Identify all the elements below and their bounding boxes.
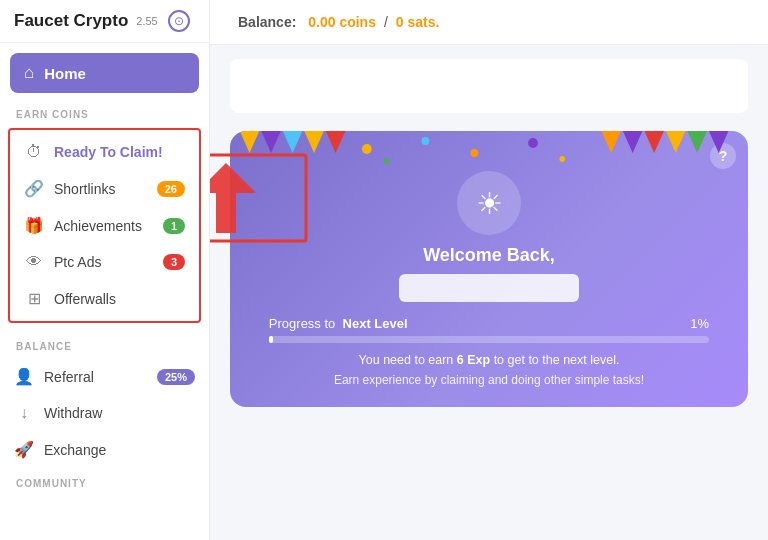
referral-label: Referral <box>44 369 147 385</box>
svg-marker-4 <box>283 131 303 153</box>
progress-pct: 1% <box>690 316 709 331</box>
svg-marker-8 <box>623 131 643 153</box>
achievements-badge: 1 <box>163 218 185 234</box>
svg-point-16 <box>470 149 478 157</box>
withdraw-label: Withdraw <box>44 405 195 421</box>
gift-icon: 🎁 <box>24 216 44 235</box>
exchange-icon: 🚀 <box>14 440 34 459</box>
target-icon: ⊙ <box>168 10 190 32</box>
sidebar-item-offerwalls[interactable]: ⊞ Offerwalls <box>10 280 199 317</box>
progress-info: You need to earn 6 Exp to get to the nex… <box>269 353 709 367</box>
svg-marker-12 <box>709 131 729 153</box>
withdraw-icon: ↓ <box>14 404 34 422</box>
svg-marker-9 <box>644 131 664 153</box>
svg-marker-6 <box>326 131 346 153</box>
sidebar-item-shortlinks[interactable]: 🔗 Shortlinks 26 <box>10 170 199 207</box>
sidebar-item-referral[interactable]: 👤 Referral 25% <box>0 358 209 395</box>
progress-section: Progress to Next Level 1% You need to ea… <box>269 316 709 387</box>
sidebar-item-withdraw[interactable]: ↓ Withdraw <box>0 395 209 431</box>
welcome-title: Welcome Back, <box>423 245 555 266</box>
exp-value: 6 Exp <box>457 353 490 367</box>
ptcads-label: Ptc Ads <box>54 254 153 270</box>
svg-marker-11 <box>687 131 707 153</box>
progress-label-row: Progress to Next Level 1% <box>269 316 709 331</box>
balance-sats: 0 sats. <box>396 14 440 30</box>
balance-section: 👤 Referral 25% ↓ Withdraw 🚀 Exchange <box>0 358 209 468</box>
exchange-label: Exchange <box>44 442 195 458</box>
svg-point-18 <box>559 156 565 162</box>
sidebar-item-ptcads[interactable]: 👁 Ptc Ads 3 <box>10 244 199 280</box>
progress-tasks: Earn experience by claiming and doing ot… <box>269 373 709 387</box>
shortlinks-label: Shortlinks <box>54 181 147 197</box>
bunting-svg <box>230 131 748 186</box>
progress-bar-fill <box>269 336 273 343</box>
welcome-card: ? <box>230 131 748 407</box>
svg-marker-7 <box>601 131 621 153</box>
community-section-label: COMMUNITY <box>0 468 209 493</box>
main-body: ? <box>210 113 768 425</box>
balance-coins: 0.00 coins <box>308 14 376 30</box>
svg-point-15 <box>383 158 389 164</box>
progress-to-label: Progress to Next Level <box>269 316 408 331</box>
sidebar-item-home[interactable]: ⌂ Home <box>10 53 199 93</box>
logo-text: Faucet Crypto <box>14 11 128 31</box>
referral-badge: 25% <box>157 369 195 385</box>
svg-marker-5 <box>304 131 324 153</box>
sidebar-item-exchange[interactable]: 🚀 Exchange <box>0 431 209 468</box>
offerwalls-label: Offerwalls <box>54 291 185 307</box>
svg-marker-3 <box>261 131 281 153</box>
eye-icon: 👁 <box>24 253 44 271</box>
ptcads-badge: 3 <box>163 254 185 270</box>
sidebar-logo: Faucet Crypto 2.55 ⊙ <box>0 0 209 43</box>
ready-label: Ready To Claim! <box>54 144 185 160</box>
home-label: Home <box>44 65 86 82</box>
svg-marker-10 <box>666 131 686 153</box>
earn-coins-section-label: EARN COINS <box>0 99 209 124</box>
clock-icon: ⏱ <box>24 143 44 161</box>
svg-point-14 <box>422 137 430 145</box>
sidebar: Faucet Crypto 2.55 ⊙ ⌂ Home EARN COINS ⏱… <box>0 0 210 540</box>
referral-icon: 👤 <box>14 367 34 386</box>
sidebar-item-ready[interactable]: ⏱ Ready To Claim! <box>10 134 199 170</box>
home-icon: ⌂ <box>24 63 34 83</box>
svg-point-17 <box>528 138 538 148</box>
shortlinks-badge: 26 <box>157 181 185 197</box>
svg-marker-2 <box>240 131 260 153</box>
bunting-area <box>230 131 748 186</box>
progress-bar-background <box>269 336 709 343</box>
link-icon: 🔗 <box>24 179 44 198</box>
logo-badge: 2.55 <box>136 15 157 27</box>
grid-icon: ⊞ <box>24 289 44 308</box>
balance-section-label: BALANCE <box>0 331 209 356</box>
main-content: Balance: 0.00 coins / 0 sats. ? <box>210 0 768 540</box>
balance-divider: / <box>384 14 388 30</box>
welcome-username-box <box>399 274 579 302</box>
earn-coins-box: ⏱ Ready To Claim! 🔗 Shortlinks 26 🎁 Achi… <box>8 128 201 323</box>
sidebar-item-achievements[interactable]: 🎁 Achievements 1 <box>10 207 199 244</box>
balance-bar: Balance: 0.00 coins / 0 sats. <box>210 0 768 45</box>
balance-label: Balance: <box>238 14 296 30</box>
achievements-label: Achievements <box>54 218 153 234</box>
top-placeholder-box <box>230 59 748 113</box>
svg-point-13 <box>362 144 372 154</box>
